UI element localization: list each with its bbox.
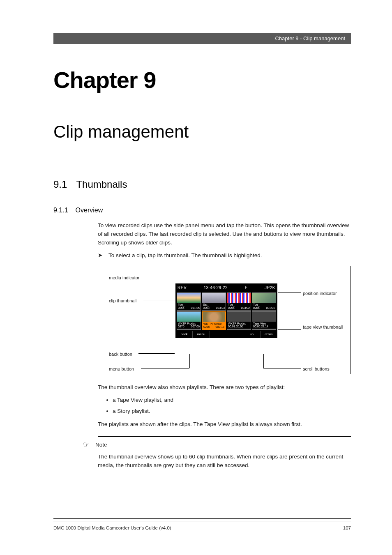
section-title: Thumbnails (76, 179, 127, 190)
note-body: The thumbnail overview shows up to 60 cl… (98, 453, 351, 470)
label-tape-view-thumbnail: tape view thumbnail (303, 325, 343, 330)
bullet-arrow-icon: ➤ (98, 251, 103, 260)
screen-down-button[interactable]: down (261, 331, 277, 338)
camera-screen: REV 13:46:29:22 F JP2K Tue_0254001:35 Sa… (175, 283, 277, 339)
clip-thumb[interactable]: WKTP Produc0276007:06 (177, 311, 201, 330)
note-icon: ☞ (83, 441, 90, 448)
instruction-select-clip: To select a clip, tap its thumbnail. The… (108, 251, 262, 260)
label-position-indicator: position indicator (303, 290, 337, 297)
chapter-title: Clip management (53, 122, 351, 142)
list-item: a Tape View playlist, and (113, 396, 351, 405)
footer-page-number: 107 (343, 525, 351, 530)
header-breadcrumb: Chapter 9 - Clip management (53, 33, 351, 44)
page-footer: DMC 1000 Digital Media Camcorder User's … (53, 518, 351, 530)
note-separator (98, 436, 351, 437)
paragraph-playlist-order: The playlists are shown after the clips.… (98, 420, 351, 429)
clip-thumb[interactable]: Sat_0258003:23 (202, 292, 226, 310)
playlist-thumb[interactable]: WKTP Produc00:01:35;06 (227, 311, 251, 330)
screen-back-button[interactable]: back (176, 331, 193, 338)
screen-menu-button[interactable]: menu (193, 331, 210, 338)
clip-thumb[interactable]: Tue_0266001:01 (252, 292, 276, 310)
screen-up-button[interactable]: up (243, 331, 260, 338)
list-item: a Story playlist. (113, 407, 351, 416)
note-separator (98, 476, 351, 476)
thumbnail-diagram: media indicator clip thumbnail back butt… (98, 266, 351, 374)
playlist-types-list: a Tape View playlist, and a Story playli… (113, 396, 351, 416)
subsection-title: Overview (76, 207, 103, 214)
screen-f-indicator: F (245, 285, 248, 291)
screen-rev: REV (178, 285, 187, 291)
label-scroll-buttons: scroll buttons (303, 366, 330, 373)
clip-thumb-selected[interactable]: WKTP Produc0286002:18 (202, 311, 226, 330)
clip-thumb[interactable]: Tue_0254001:35 (177, 292, 201, 310)
chapter-number: Chapter 9 (53, 67, 351, 93)
label-media-indicator: media indicator (109, 274, 140, 281)
paragraph-playlists: The thumbnail overview also shows playli… (98, 383, 351, 392)
note-label: Note (95, 441, 107, 449)
tapeview-thumb[interactable]: Tape View00:00:22;14 (252, 311, 276, 330)
screen-timecode: 13:46:29:22 (204, 285, 228, 291)
paragraph-intro: To view recorded clips use the side pane… (98, 221, 351, 247)
section-number: 9.1 (53, 179, 67, 190)
label-clip-thumbnail: clip thumbnail (109, 297, 136, 304)
screen-codec: JP2K (265, 285, 275, 291)
subsection-number: 9.1.1 (53, 207, 68, 214)
clip-thumb[interactable]: Tue_0256003:02 (227, 292, 251, 310)
label-menu-button: menu button (109, 366, 134, 373)
footer-doc-title: DMC 1000 Digital Media Camcorder User's … (53, 525, 171, 530)
label-back-button: back button (109, 351, 132, 358)
